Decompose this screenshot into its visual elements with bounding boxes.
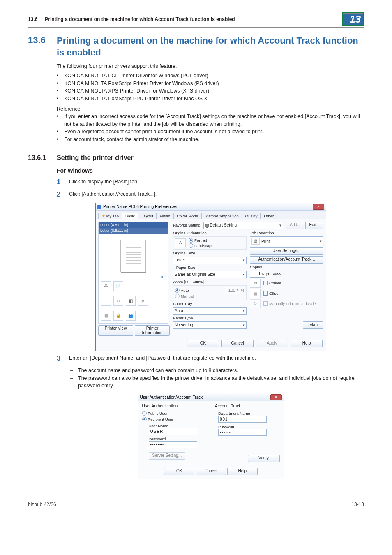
verify-button[interactable]: Verify <box>248 455 280 462</box>
public-user-label: Public User <box>148 411 168 416</box>
tab-covermode[interactable]: Cover Mode <box>173 213 201 219</box>
printer-small-icon[interactable]: 🖶 <box>101 281 111 291</box>
doc-icon[interactable]: ▤ <box>101 311 111 321</box>
job-retention-label: Job Retention <box>250 231 323 235</box>
zoom-value: 100 <box>228 288 235 293</box>
step-1-text: Click to display the [Basic] tab. <box>69 179 139 186</box>
account-track-title: Account Track <box>215 404 280 409</box>
page-detail-icon[interactable]: 📄 <box>113 281 123 291</box>
paper-size-select[interactable]: Same as Original Size <box>173 271 247 278</box>
page-footer: bizhub 42/36 13-13 <box>28 500 364 507</box>
section-number: 13.6 <box>28 35 57 58</box>
zoom-spin[interactable]: 100 <box>225 287 240 294</box>
collate-checkbox[interactable] <box>263 281 268 285</box>
doc-icon[interactable]: □ <box>113 296 123 306</box>
public-user-radio[interactable] <box>142 411 147 416</box>
user-settings-button[interactable]: User Settings... <box>250 247 323 255</box>
step-3-note: The password can also be specified in th… <box>69 375 364 390</box>
cancel-button[interactable]: Cancel <box>221 340 254 347</box>
header-section-num: 13.6 <box>28 16 37 22</box>
close-icon[interactable]: × <box>313 204 324 210</box>
doc-icon[interactable]: ◈ <box>138 296 148 306</box>
original-size-select[interactable]: Letter <box>173 257 247 264</box>
doc-icon[interactable]: □ <box>101 296 111 306</box>
dialog-titlebar: Printer Name PCL6 Printing Preferences × <box>96 203 326 211</box>
offset-checkbox[interactable] <box>263 291 268 296</box>
ok-button[interactable]: OK <box>164 468 194 475</box>
user-authentication-dialog: User Authentication/Account Track × User… <box>138 393 284 479</box>
tab-quality[interactable]: Quality <box>242 213 261 219</box>
footer-left: bizhub 42/36 <box>28 502 56 507</box>
preview-pane: Letter (8.5x11 in) Letter (8.5x11 in) x1… <box>98 222 168 324</box>
orientation-icon: A <box>175 238 186 247</box>
server-setting-button[interactable]: Server Setting... <box>149 452 186 460</box>
user-authentication-title: User Authentication <box>142 404 207 409</box>
printer-information-button[interactable]: Printer Information <box>135 325 170 336</box>
zoom-manual-label: Manual <box>181 294 194 298</box>
job-retention-select[interactable]: 🖶Print <box>250 236 323 246</box>
copies-spin[interactable]: 1 <box>250 271 265 278</box>
driver-item: KONICA MINOLTA PCL Printer Driver for Wi… <box>57 72 364 80</box>
tab-layout[interactable]: Layout <box>138 213 157 219</box>
collate-icon: ⧉ <box>250 279 261 288</box>
lock-icon[interactable]: 🔒 <box>113 311 123 321</box>
portrait-radio[interactable] <box>189 238 193 243</box>
driver-list: KONICA MINOLTA PCL Printer Driver for Wi… <box>57 72 364 103</box>
zoom-auto-radio[interactable] <box>175 288 180 293</box>
authentication-account-track-button[interactable]: Authentication/Account Track... <box>250 256 323 264</box>
favorite-setting-select[interactable]: Default Setting <box>203 222 284 229</box>
tab-other[interactable]: Other <box>261 213 277 219</box>
paper-type-select[interactable]: No setting <box>173 321 247 329</box>
manual-2nd-checkbox[interactable] <box>263 301 268 306</box>
favorite-setting-label: Favorite Setting <box>173 223 201 227</box>
zoom-auto-label: Auto <box>181 288 189 293</box>
paper-size-value: Same as Original Size <box>175 272 215 277</box>
driver-item: KONICA MINOLTA PostScript Printer Driver… <box>57 80 364 88</box>
portrait-label: Portrait <box>194 238 207 243</box>
reference-list: If you enter an incorrect access code fo… <box>57 113 364 143</box>
recipient-user-label: Recipient User <box>148 417 173 421</box>
paper-tray-label: Paper Tray <box>173 301 247 306</box>
landscape-radio[interactable] <box>189 243 193 248</box>
landscape-label: Landscape <box>194 243 213 248</box>
paper-tray-select[interactable]: Auto <box>173 307 247 314</box>
reference-item: If you enter an incorrect access code fo… <box>57 113 364 128</box>
users-icon[interactable]: 👥 <box>126 311 136 321</box>
step-2-text: Click [Authentication/Account Track...]. <box>69 191 157 199</box>
manual-2nd-icon: ↻ <box>250 299 261 308</box>
acct-password-input[interactable]: •••••• <box>218 429 267 436</box>
default-button[interactable]: Default <box>303 321 323 329</box>
tab-basic[interactable]: Basic <box>122 213 138 219</box>
help-button[interactable]: Help <box>227 468 258 475</box>
original-size-label: Original Size <box>173 251 247 255</box>
recipient-user-radio[interactable] <box>142 417 147 421</box>
tab-stamp[interactable]: Stamp/Composition <box>201 213 242 219</box>
ok-button[interactable]: OK <box>187 340 219 347</box>
running-header: 13.6 Printing a document on the machine … <box>28 12 364 28</box>
add-button[interactable]: Add... <box>286 222 304 229</box>
printer-view-button[interactable]: Printer View <box>98 325 133 336</box>
dialog-titlebar: User Authentication/Account Track × <box>138 393 284 401</box>
cancel-button[interactable]: Cancel <box>196 468 226 475</box>
driver-item: KONICA MINOLTA XPS Printer Driver for Wi… <box>57 87 364 95</box>
step-3-text: Enter an [Department Name] and [Password… <box>69 355 256 363</box>
job-retention-value: Print <box>261 239 270 243</box>
edit-button[interactable]: Edit... <box>305 222 323 229</box>
tab-finish[interactable]: Finish <box>157 213 173 219</box>
zoom-manual-radio[interactable] <box>175 294 180 298</box>
doc-icon[interactable]: ◧ <box>126 296 136 306</box>
user-name-input[interactable]: USER <box>149 428 197 435</box>
help-button[interactable]: Help <box>291 340 323 347</box>
original-size-value: Letter <box>175 258 185 262</box>
password-input[interactable]: •••••••• <box>149 441 197 448</box>
driver-item: KONICA MINOLTA PostScript PPD Printer Dr… <box>57 95 364 103</box>
collate-label: Collate <box>269 281 281 285</box>
department-name-input[interactable]: 001 <box>218 416 267 423</box>
close-icon[interactable]: × <box>270 394 282 400</box>
arrow-down-icon: ↓ <box>173 265 175 270</box>
reference-item: For account track, contact the administr… <box>57 136 364 143</box>
paper-size-label: Paper Size <box>176 265 195 270</box>
apply-button[interactable]: Apply <box>256 340 288 347</box>
tab-mytab[interactable]: My Tab <box>98 213 122 219</box>
preview-bottom-bar: Letter (8.5x11 in) <box>99 228 168 234</box>
